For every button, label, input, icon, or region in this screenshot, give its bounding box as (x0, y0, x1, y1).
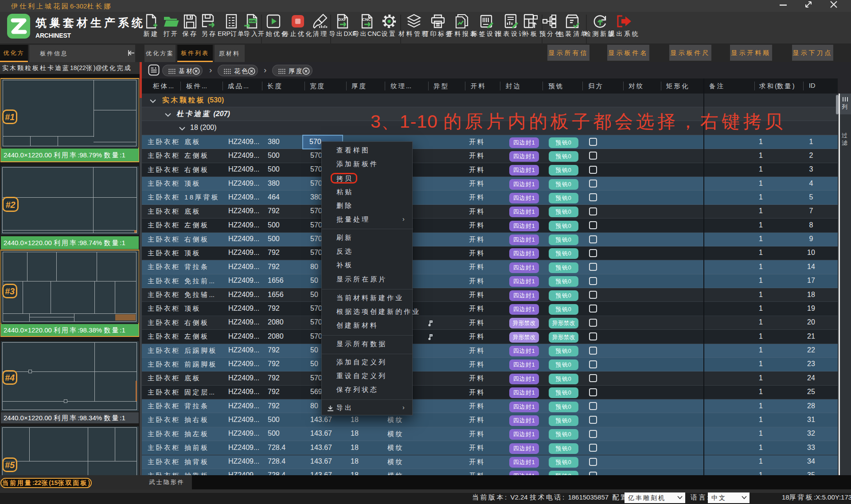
svg-text:XML: XML (249, 19, 257, 23)
svg-text:DXF: DXF (338, 17, 347, 22)
svg-text:CNC: CNC (362, 17, 371, 22)
